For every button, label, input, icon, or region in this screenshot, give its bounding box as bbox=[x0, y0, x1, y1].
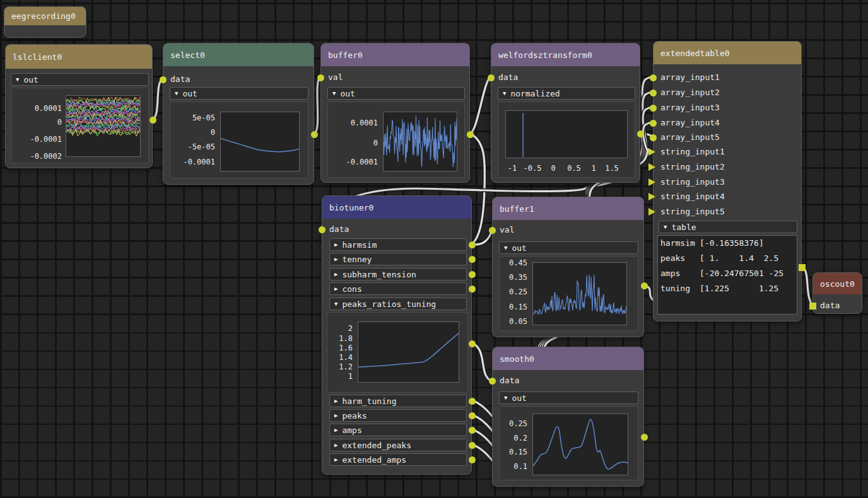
node-header-oscout0[interactable]: oscout0 bbox=[813, 273, 862, 294]
section-label: peaks_ratios_tuning bbox=[342, 299, 436, 309]
port-biotuner0-cons[interactable] bbox=[469, 286, 476, 292]
input-label-array_input3: array_input3 bbox=[660, 103, 720, 112]
collapse-arrow-icon: ▼ bbox=[504, 245, 507, 251]
section-bar-out[interactable]: ▼out bbox=[11, 73, 149, 86]
port-extendedtable0-string_input1[interactable] bbox=[648, 148, 655, 156]
node-biotuner0[interactable]: biotuner0data▶harmsim▶tenney▶subharm_ten… bbox=[322, 195, 472, 475]
port-smooth0-out[interactable] bbox=[641, 434, 648, 441]
plot-welfordsztransform0 bbox=[505, 110, 628, 158]
port-select0-out[interactable] bbox=[311, 131, 318, 138]
y-tick-label: -5e-05 bbox=[168, 142, 215, 151]
port-buffer0-out[interactable] bbox=[467, 131, 474, 138]
section-bar-harm_tuning[interactable]: ▶harm_tuning bbox=[329, 395, 467, 407]
section-bar-harmsim[interactable]: ▶harmsim bbox=[329, 238, 467, 251]
node-header-select0[interactable]: select0 bbox=[163, 43, 314, 66]
section-bar-subharm_tension[interactable]: ▶subharm_tension bbox=[329, 268, 467, 281]
node-oscout0[interactable]: oscout0data bbox=[812, 272, 862, 314]
section-label: out bbox=[23, 75, 38, 84]
node-header-buffer0[interactable]: buffer0 bbox=[321, 43, 469, 66]
node-header-welfordsztransform0[interactable]: welfordsztransform0 bbox=[491, 43, 640, 66]
node-extendedtable0[interactable]: extendedtable0array_input1array_input2ar… bbox=[653, 41, 802, 321]
section-bar-table[interactable]: ▼table bbox=[659, 221, 797, 233]
section-bar-extended_amps[interactable]: ▶extended_amps bbox=[329, 453, 467, 466]
expand-arrow-icon: ▶ bbox=[334, 286, 337, 292]
node-lslclient0[interactable]: lslclient0▼out0.00010-0.0001-0.0002 bbox=[5, 44, 153, 168]
node-buffer0[interactable]: buffer0val▼out0.00010-0.0001 bbox=[320, 43, 470, 183]
table-key: harmsim bbox=[660, 238, 700, 248]
x-tick-label: -1 bbox=[508, 164, 517, 173]
port-biotuner0-peaks[interactable] bbox=[469, 412, 476, 419]
table-key: peaks bbox=[660, 253, 700, 263]
section-bar-out[interactable]: ▼out bbox=[499, 241, 638, 254]
node-select0[interactable]: select0data▼out5e-050-5e-05-0.0001 bbox=[163, 43, 314, 185]
port-extendedtable0-array_input3[interactable] bbox=[650, 105, 657, 112]
y-tick-label: 0.05 bbox=[481, 317, 527, 326]
port-extendedtable0-array_input1[interactable] bbox=[650, 74, 657, 81]
node-header-lslclient0[interactable]: lslclient0 bbox=[6, 45, 152, 69]
node-header-extendedtable0[interactable]: extendedtable0 bbox=[654, 42, 801, 64]
section-bar-tenney[interactable]: ▶tenney bbox=[329, 253, 467, 265]
input-label-data: data bbox=[329, 225, 349, 234]
port-extendedtable0-string_input4[interactable] bbox=[648, 193, 655, 200]
port-extendedtable0-string_input5[interactable] bbox=[648, 208, 655, 216]
node-welfordsztransform0[interactable]: welfordsztransform0data▼normalized-1-0.5… bbox=[491, 43, 640, 183]
section-label: harm_tuning bbox=[342, 397, 396, 406]
port-oscout0-data[interactable] bbox=[809, 303, 816, 310]
table-row: peaks[ 1. 1.4 2.5 bbox=[660, 253, 795, 263]
port-extendedtable0-string_input2[interactable] bbox=[648, 163, 655, 171]
port-extendedtable0-array_input5[interactable] bbox=[650, 134, 657, 141]
port-extendedtable0-table[interactable] bbox=[799, 264, 806, 271]
section-bar-peaks_ratios_tuning[interactable]: ▼peaks_ratios_tuning bbox=[329, 298, 467, 310]
port-biotuner0-extended_peaks[interactable] bbox=[469, 442, 476, 449]
node-eegrecording0[interactable]: eegrecording0 bbox=[4, 6, 86, 38]
port-lslclient0-out[interactable] bbox=[150, 117, 156, 124]
port-select0-data[interactable] bbox=[160, 76, 167, 83]
port-biotuner0-peaks_ratios_tuning[interactable] bbox=[469, 340, 476, 347]
plot-line bbox=[533, 419, 628, 469]
section-bar-out[interactable]: ▼out bbox=[499, 391, 638, 404]
port-biotuner0-subharm_tension[interactable] bbox=[469, 271, 476, 278]
input-label-array_input5: array_input5 bbox=[660, 133, 720, 142]
port-buffer1-out[interactable] bbox=[641, 282, 648, 289]
plot-buffer1 bbox=[532, 262, 627, 325]
port-extendedtable0-string_input3[interactable] bbox=[648, 178, 655, 186]
port-biotuner0-extended_amps[interactable] bbox=[469, 456, 476, 463]
input-label-array_input4: array_input4 bbox=[660, 119, 720, 127]
port-biotuner0-amps[interactable] bbox=[469, 427, 476, 434]
port-biotuner0-tenney[interactable] bbox=[469, 256, 476, 263]
collapse-arrow-icon: ▼ bbox=[175, 90, 178, 96]
section-bar-cons[interactable]: ▶cons bbox=[329, 282, 467, 295]
table-value: [-20.24767501 -25 bbox=[700, 269, 783, 278]
section-bar-peaks[interactable]: ▶peaks bbox=[329, 409, 467, 422]
section-bar-out[interactable]: ▼out bbox=[327, 87, 465, 100]
port-extendedtable0-array_input2[interactable] bbox=[650, 90, 657, 96]
section-bar-amps[interactable]: ▶amps bbox=[329, 424, 467, 436]
port-biotuner0-data[interactable] bbox=[319, 226, 326, 233]
port-extendedtable0-array_input4[interactable] bbox=[650, 120, 657, 127]
section-bar-normalized[interactable]: ▼normalized bbox=[498, 87, 635, 100]
wire-biotuner0.peaks_ratios_tuning-to-smooth0.data[interactable] bbox=[472, 343, 492, 380]
node-smooth0[interactable]: smooth0data▼out0.250.20.150.1 bbox=[492, 347, 644, 487]
y-tick-label: 0.25 bbox=[481, 287, 527, 296]
node-header-eegrecording0[interactable]: eegrecording0 bbox=[4, 7, 86, 25]
y-tick-label: 1.8 bbox=[306, 334, 353, 343]
port-welfordsztransform0-data[interactable] bbox=[488, 74, 495, 81]
port-biotuner0-harmsim[interactable] bbox=[469, 241, 476, 248]
port-smooth0-data[interactable] bbox=[489, 378, 496, 385]
port-buffer1-val[interactable] bbox=[489, 227, 496, 234]
port-welfordsztransform0-normalized[interactable] bbox=[637, 130, 644, 137]
node-header-buffer1[interactable]: buffer1 bbox=[493, 197, 643, 220]
node-graph-canvas[interactable]: eegrecording0lslclient0▼out0.00010-0.000… bbox=[0, 0, 868, 498]
node-header-biotuner0[interactable]: biotuner0 bbox=[322, 196, 471, 219]
port-biotuner0-harm_tuning[interactable] bbox=[469, 398, 476, 405]
table-row: tuning[1.225 1.25 bbox=[660, 284, 795, 293]
port-buffer0-val[interactable] bbox=[317, 74, 324, 81]
node-buffer1[interactable]: buffer1val▼out0.450.350.250.150.05 bbox=[492, 197, 644, 337]
table-row: amps[-20.24767501 -25 bbox=[660, 269, 795, 278]
x-tick-label: -0.5 bbox=[524, 164, 542, 173]
node-title: lslclient0 bbox=[13, 52, 62, 62]
section-bar-out[interactable]: ▼out bbox=[170, 87, 308, 100]
table-value: [ 1. 1.4 2.5 bbox=[700, 253, 778, 263]
section-bar-extended_peaks[interactable]: ▶extended_peaks bbox=[329, 439, 467, 451]
node-header-smooth0[interactable]: smooth0 bbox=[493, 347, 643, 370]
